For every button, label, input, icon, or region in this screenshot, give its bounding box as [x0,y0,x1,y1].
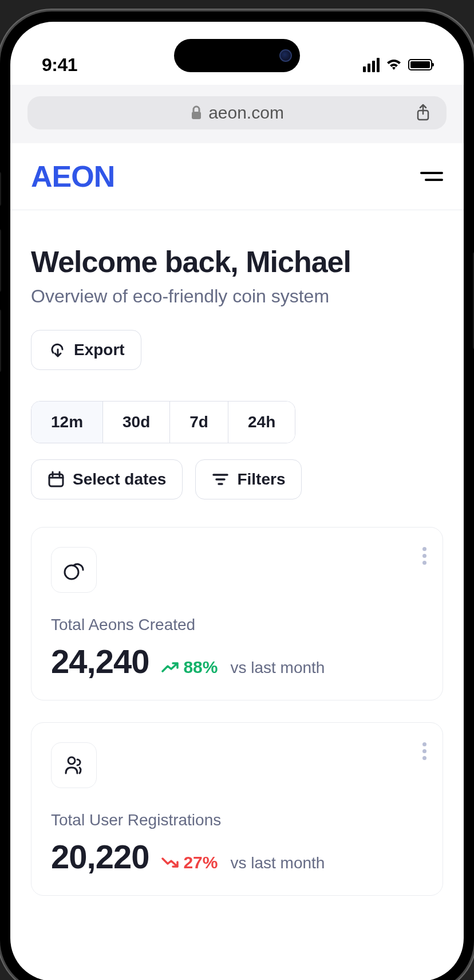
filter-icon [212,473,229,486]
front-camera [279,49,292,62]
select-dates-button[interactable]: Select dates [31,459,183,499]
phone-frame: 9:41 aeon.com [0,11,474,980]
lock-icon [190,105,203,120]
time-tab-30d[interactable]: 30d [103,402,170,443]
share-icon[interactable] [416,104,430,122]
dynamic-island [174,39,300,72]
export-label: Export [74,341,125,359]
app-header: AEON [10,143,464,210]
volume-down-button[interactable] [0,229,1,292]
download-cloud-icon [48,341,66,359]
main-content: Welcome back, Michael Overview of eco-fr… [10,210,464,896]
logo[interactable]: AEON [31,159,114,194]
page-title: Welcome back, Michael [31,245,443,279]
controls-row: Select dates Filters [31,459,443,499]
card-icon-box [51,742,97,788]
svg-point-4 [68,757,75,764]
time-tab-7d[interactable]: 7d [170,402,228,443]
browser-bar: aeon.com [10,85,464,143]
select-dates-label: Select dates [73,470,166,489]
card-label: Total Aeons Created [51,616,423,634]
page-subtitle: Overview of eco-friendly coin system [31,286,443,307]
svg-rect-0 [192,112,201,119]
phone-screen: 9:41 aeon.com [10,22,464,980]
svg-point-3 [65,565,78,579]
card-icon-box [51,547,97,593]
trend-compare: vs last month [230,659,325,677]
card-value: 24,240 [51,642,149,680]
card-menu-icon[interactable] [422,547,426,565]
trend-down-icon [161,857,179,868]
card-menu-icon[interactable] [422,742,426,760]
svg-rect-2 [49,474,63,486]
trend-down: 27% [161,853,218,872]
volume-up-button[interactable] [0,172,1,206]
users-icon [61,753,86,778]
silent-switch[interactable] [0,309,1,372]
card-label: Total User Registrations [51,811,423,829]
battery-icon [408,59,432,70]
stat-card-aeons: Total Aeons Created 24,240 88% vs last m… [31,527,443,700]
card-value-row: 20,220 27% vs last month [51,837,423,876]
trend-percent: 27% [183,853,218,872]
trend-compare: vs last month [230,854,325,872]
wifi-icon [385,58,402,71]
coins-icon [61,557,86,583]
card-value: 20,220 [51,837,149,876]
filters-label: Filters [237,470,285,489]
time-tab-24h[interactable]: 24h [228,402,295,443]
stat-card-registrations: Total User Registrations 20,220 27% vs l… [31,722,443,896]
time-range-tabs: 12m 30d 7d 24h [31,401,295,443]
menu-icon[interactable] [420,172,443,181]
url-bar[interactable]: aeon.com [27,96,447,129]
card-value-row: 24,240 88% vs last month [51,642,423,680]
cellular-signal-icon [363,58,380,72]
trend-up: 88% [161,658,218,677]
status-icons [363,58,432,72]
trend-up-icon [161,662,179,673]
trend-percent: 88% [183,658,218,677]
time-tab-12m[interactable]: 12m [31,402,103,443]
status-time: 9:41 [42,54,77,76]
url-text: aeon.com [208,103,284,123]
filters-button[interactable]: Filters [195,459,302,499]
calendar-icon [48,471,65,488]
export-button[interactable]: Export [31,330,141,370]
